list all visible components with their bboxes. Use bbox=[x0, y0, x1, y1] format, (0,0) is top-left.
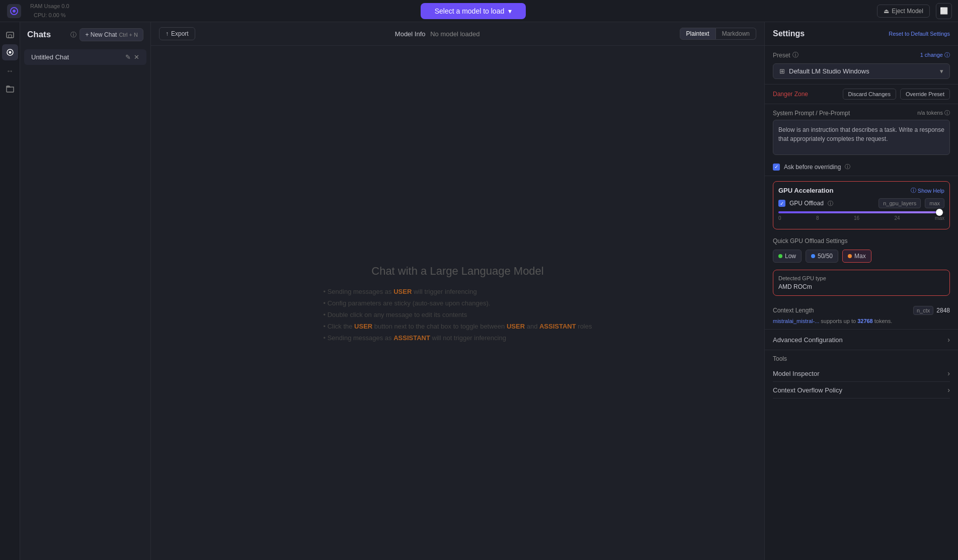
chat-edit-icon[interactable]: ✎ bbox=[125, 53, 131, 61]
context-header: Context Length n_ctx 2848 bbox=[773, 306, 950, 315]
detected-gpu-section: Detected GPU type AMD ROCm bbox=[773, 270, 950, 296]
nav-folder-icon[interactable] bbox=[2, 81, 18, 97]
gpu-slider[interactable]: 0 8 16 24 max bbox=[778, 208, 944, 224]
format-buttons: Plaintext Markdown bbox=[680, 28, 756, 40]
preset-row: Preset ⓘ 1 change ⓘ ⊞ Default LM Studio … bbox=[765, 46, 958, 85]
context-label: Context Length bbox=[773, 307, 814, 314]
model-inspector-row[interactable]: Model Inspector › bbox=[773, 365, 950, 382]
left-nav: ↔ bbox=[0, 22, 20, 560]
context-overflow-row[interactable]: Context Overflow Policy › bbox=[773, 382, 950, 398]
plaintext-button[interactable]: Plaintext bbox=[680, 28, 716, 40]
topbar-right: ⏏ Eject Model ⬜ bbox=[877, 3, 952, 19]
nav-chat-icon[interactable] bbox=[2, 44, 18, 60]
select-model-button[interactable]: Select a model to load ▾ bbox=[421, 3, 526, 19]
svg-point-2 bbox=[13, 10, 16, 13]
tools-label: Tools bbox=[773, 355, 950, 362]
advanced-config-label: Advanced Configuration bbox=[773, 336, 843, 344]
hint-4: • Click the USER button next to the chat… bbox=[323, 323, 592, 330]
sidebar-header: Chats ⓘ + New Chat Ctrl + N bbox=[20, 22, 150, 47]
slider-thumb bbox=[936, 209, 943, 216]
quick-gpu-label: Quick GPU Offload Settings bbox=[773, 237, 848, 245]
context-overflow-chevron-icon: › bbox=[947, 386, 950, 394]
discard-changes-button[interactable]: Discard Changes bbox=[843, 89, 896, 100]
slider-track bbox=[778, 211, 944, 213]
half-dot-icon bbox=[811, 254, 815, 258]
nav-home-icon[interactable] bbox=[2, 26, 18, 42]
preset-info-icon[interactable]: ⓘ bbox=[792, 51, 799, 59]
gpu-max-badge: max bbox=[925, 198, 944, 208]
model-info: Model Info No model loaded bbox=[203, 30, 672, 38]
hint-3: • Double click on any message to edit it… bbox=[323, 311, 592, 318]
system-prompt-header: System Prompt / Pre-Prompt n/a tokens ⓘ bbox=[765, 104, 958, 120]
danger-label: Danger Zone bbox=[773, 91, 839, 98]
gpu-offload-label: GPU Offload bbox=[789, 200, 824, 207]
app-logo bbox=[6, 3, 22, 19]
gpu-offload-info-icon[interactable]: ⓘ bbox=[828, 200, 833, 207]
sidebar-title: Chats bbox=[27, 30, 67, 40]
model-inspector-chevron-icon: › bbox=[947, 369, 950, 377]
context-section: Context Length n_ctx 2848 mistralai_mist… bbox=[765, 301, 958, 330]
chat-main: Chat with a Large Language Model • Sendi… bbox=[151, 46, 764, 560]
content-toolbar: ↑ Export Model Info No model loaded Plai… bbox=[151, 22, 764, 46]
gpu-offload-checkbox[interactable]: ✓ bbox=[778, 200, 785, 207]
chat-main-title: Chat with a Large Language Model bbox=[371, 265, 543, 278]
markdown-button[interactable]: Markdown bbox=[716, 28, 756, 40]
preset-header: Preset ⓘ 1 change ⓘ bbox=[773, 51, 950, 59]
max-dot-icon bbox=[848, 254, 852, 258]
danger-zone-row: Danger Zone Discard Changes Override Pre… bbox=[765, 85, 958, 104]
gpu-section-header: GPU Acceleration ⓘ Show Help bbox=[778, 187, 944, 194]
tools-section: Tools Model Inspector › Context Overflow… bbox=[765, 350, 958, 398]
ask-before-info-icon[interactable]: ⓘ bbox=[845, 163, 850, 171]
slider-labels: 0 8 16 24 max bbox=[778, 215, 944, 221]
topbar: RAM Usage 0.0 CPU: 0.00 % Select a model… bbox=[0, 0, 958, 22]
preset-select[interactable]: ⊞ Default LM Studio Windows ▾ bbox=[773, 63, 950, 79]
chat-item-name: Untitled Chat bbox=[31, 53, 121, 61]
hint-2: • Config parameters are sticky (auto-sav… bbox=[323, 299, 592, 307]
quick-gpu-buttons: Low 50/50 Max bbox=[765, 250, 958, 268]
content-area: ↑ Export Model Info No model loaded Plai… bbox=[151, 22, 764, 560]
gpu-section-title: GPU Acceleration bbox=[778, 187, 833, 194]
context-overflow-label: Context Overflow Policy bbox=[773, 386, 842, 394]
preset-change: 1 change ⓘ bbox=[920, 51, 950, 59]
window-control[interactable]: ⬜ bbox=[936, 3, 952, 19]
sidebar: Chats ⓘ + New Chat Ctrl + N Untitled Cha… bbox=[20, 22, 151, 560]
eject-icon: ⏏ bbox=[884, 8, 889, 15]
override-preset-button[interactable]: Override Preset bbox=[900, 89, 950, 100]
show-help-link[interactable]: ⓘ Show Help bbox=[911, 187, 944, 194]
main-layout: ↔ Chats ⓘ + New Chat Ctrl + N Untitled C… bbox=[0, 22, 958, 560]
gpu-layers-badge: n_gpu_layers bbox=[879, 198, 921, 208]
advanced-config-row[interactable]: Advanced Configuration › bbox=[765, 330, 958, 350]
sidebar-info-icon[interactable]: ⓘ bbox=[70, 31, 76, 39]
detected-gpu-label: Detected GPU type bbox=[778, 275, 944, 281]
gpu-low-button[interactable]: Low bbox=[773, 250, 802, 263]
ask-before-label: Ask before overriding bbox=[784, 164, 841, 171]
low-dot-icon bbox=[778, 254, 782, 258]
chat-hints: • Sending messages as USER will trigger … bbox=[323, 288, 592, 342]
eject-model-button[interactable]: ⏏ Eject Model bbox=[877, 5, 930, 18]
system-prompt-box[interactable]: Below is an instruction that describes a… bbox=[773, 120, 950, 155]
nav-transfer-icon[interactable]: ↔ bbox=[2, 62, 18, 78]
svg-point-6 bbox=[9, 51, 11, 54]
gpu-offload-row: ✓ GPU Offload ⓘ n_gpu_layers max bbox=[778, 198, 944, 208]
ask-before-row: ✓ Ask before overriding ⓘ bbox=[765, 160, 958, 176]
ask-before-checkbox[interactable]: ✓ bbox=[773, 164, 780, 171]
settings-title: Settings bbox=[773, 29, 805, 38]
gpu-half-button[interactable]: 50/50 bbox=[806, 250, 838, 263]
chat-close-icon[interactable]: ✕ bbox=[134, 53, 139, 61]
new-chat-button[interactable]: + New Chat Ctrl + N bbox=[79, 28, 143, 41]
chat-item[interactable]: Untitled Chat ✎ ✕ bbox=[24, 49, 146, 65]
system-prompt-label: System Prompt / Pre-Prompt bbox=[773, 110, 850, 117]
preset-select-icon: ⊞ bbox=[779, 67, 785, 75]
slider-fill bbox=[778, 211, 936, 213]
quick-gpu-row: Quick GPU Offload Settings bbox=[765, 234, 958, 250]
reset-settings-button[interactable]: Reset to Default Settings bbox=[889, 31, 950, 37]
detected-gpu-value: AMD ROCm bbox=[778, 283, 944, 290]
export-button[interactable]: ↑ Export bbox=[159, 27, 195, 40]
svg-rect-4 bbox=[9, 35, 12, 38]
gpu-max-button[interactable]: Max bbox=[842, 250, 871, 263]
chat-item-actions: ✎ ✕ bbox=[125, 53, 139, 61]
advanced-chevron-icon: › bbox=[947, 336, 950, 344]
preset-select-text: Default LM Studio Windows bbox=[789, 67, 936, 75]
preset-chevron-icon: ▾ bbox=[940, 67, 943, 75]
context-badge-row: n_ctx 2848 bbox=[913, 306, 950, 315]
